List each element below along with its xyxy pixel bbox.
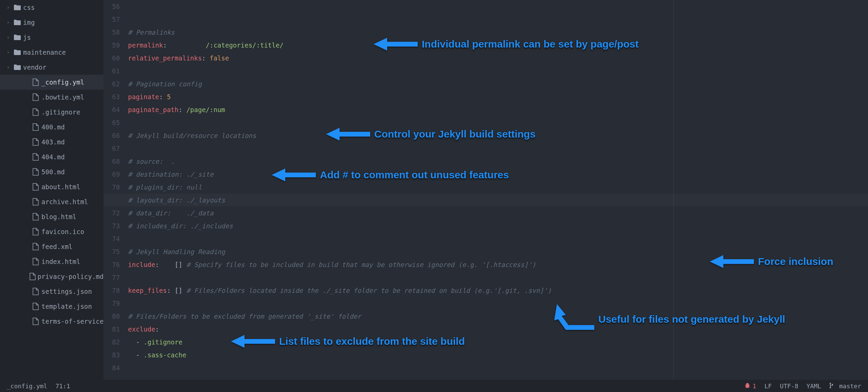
code-line[interactable]: # plugins_dir: null	[128, 181, 868, 194]
file-icon	[30, 303, 41, 310]
tree-item-label: 404.md	[41, 153, 65, 161]
line-number: 82	[104, 336, 120, 349]
tree-file[interactable]: _config.yml	[0, 75, 104, 90]
folder-icon	[12, 34, 23, 40]
code-line[interactable]: paginate: 5	[128, 90, 868, 103]
code-line[interactable]: relative_permalinks: false	[128, 52, 868, 65]
code-line[interactable]: # layouts_dir: ./_layouts	[104, 194, 868, 207]
tree-file[interactable]: 500.md	[0, 164, 104, 179]
status-file[interactable]: _config.yml	[7, 382, 47, 390]
code-line[interactable]: include: [] # Specify files to be includ…	[128, 258, 868, 271]
tree-item-label: js	[23, 34, 31, 41]
code-line[interactable]	[128, 297, 868, 310]
tree-item-label: vendor	[23, 64, 47, 71]
code-line[interactable]: # Files/Folders to be excluded from gene…	[128, 310, 868, 323]
tree-item-label: maintenance	[23, 49, 66, 56]
line-number: 64	[104, 103, 120, 116]
folder-icon	[12, 49, 23, 55]
tree-file[interactable]: blog.html	[0, 209, 104, 224]
line-number: 67	[104, 142, 120, 155]
code-line[interactable]: # Permalinks	[128, 26, 868, 39]
code-editor[interactable]: 5657585960616263646566676869707172737475…	[104, 0, 868, 392]
line-number: 57	[104, 13, 120, 26]
code-line[interactable]	[128, 65, 868, 77]
line-number: 60	[104, 52, 120, 65]
folder-icon	[12, 19, 23, 25]
status-bug[interactable]: 1	[744, 382, 756, 390]
tree-item-label: _config.yml	[41, 78, 84, 86]
tree-file[interactable]: index.html	[0, 254, 104, 269]
tree-file[interactable]: feed.xml	[0, 239, 104, 254]
code-line[interactable]: # Pagination config	[128, 77, 868, 90]
line-number: 58	[104, 26, 120, 39]
code-line[interactable]	[128, 13, 868, 26]
code-area[interactable]: # Permalinkspermalink: /:categories/:tit…	[128, 0, 868, 374]
tree-item-label: .bowtie.yml	[41, 93, 84, 101]
code-line[interactable]: # includes_dir: ./_includes	[128, 219, 868, 232]
tree-file[interactable]: settings.json	[0, 284, 104, 299]
chevron-right-icon: ›	[5, 64, 12, 70]
code-line[interactable]: # Jekyll build/resource locations	[128, 129, 868, 142]
tree-folder[interactable]: ›img	[0, 15, 104, 30]
git-branch-icon	[829, 383, 834, 388]
code-line[interactable]	[128, 232, 868, 245]
tree-file[interactable]: archive.html	[0, 194, 104, 209]
code-line[interactable]: # data_dir: ./_data	[128, 207, 868, 219]
code-line[interactable]	[128, 271, 868, 284]
file-icon	[28, 273, 38, 280]
status-line-ending[interactable]: LF	[764, 382, 772, 390]
code-line[interactable]	[128, 0, 868, 13]
line-number-gutter: 5657585960616263646566676869707172737475…	[104, 0, 122, 374]
file-icon	[30, 153, 41, 161]
tree-file[interactable]: template.json	[0, 299, 104, 314]
tree-file[interactable]: terms-of-service	[0, 314, 104, 329]
code-line[interactable]	[128, 142, 868, 155]
tree-file[interactable]: favicon.ico	[0, 224, 104, 239]
code-line[interactable]: # destination: ./_site	[128, 168, 868, 181]
tree-item-label: index.html	[41, 258, 80, 265]
line-number: 83	[104, 349, 120, 361]
status-branch[interactable]: master	[829, 382, 861, 390]
tree-item-label: favicon.ico	[41, 228, 84, 235]
tree-file[interactable]: 404.md	[0, 149, 104, 164]
tree-folder[interactable]: ›css	[0, 0, 104, 15]
chevron-right-icon: ›	[5, 19, 12, 25]
tree-file[interactable]: .gitignore	[0, 105, 104, 120]
status-encoding[interactable]: UTF-8	[780, 382, 798, 390]
code-line[interactable]	[128, 116, 868, 129]
tree-file[interactable]: 403.md	[0, 135, 104, 149]
code-line[interactable]: - .sass-cache	[128, 349, 868, 361]
tree-folder[interactable]: ›js	[0, 30, 104, 45]
tree-item-label: template.json	[41, 303, 92, 310]
code-line[interactable]: - .gitignore	[128, 336, 868, 349]
status-bar: _config.yml 71:1 1 LF UTF-8 YAML master	[0, 380, 868, 392]
tree-file[interactable]: about.html	[0, 179, 104, 194]
file-icon	[30, 228, 41, 235]
tree-folder[interactable]: ›vendor	[0, 60, 104, 75]
code-line[interactable]: permalink: /:categories/:title/	[128, 39, 868, 52]
status-grammar[interactable]: YAML	[807, 382, 821, 390]
file-icon	[30, 123, 41, 131]
line-number: 76	[104, 258, 120, 271]
tree-item-label: about.html	[41, 183, 80, 191]
file-icon	[30, 93, 41, 101]
line-number: 72	[104, 207, 120, 219]
tree-file[interactable]: 400.md	[0, 120, 104, 135]
code-line[interactable]: # source: .	[128, 155, 868, 168]
code-line[interactable]	[128, 361, 868, 374]
code-line[interactable]: keep_files: [] # Files/Folders located i…	[128, 284, 868, 297]
status-cursor[interactable]: 71:1	[55, 382, 70, 390]
code-line[interactable]: paginate_path: /page/:num	[128, 103, 868, 116]
code-line[interactable]: # Jekyll Handling Reading	[128, 245, 868, 258]
file-icon	[30, 318, 41, 325]
line-number: 81	[104, 323, 120, 336]
line-number: 61	[104, 65, 120, 77]
tree-file[interactable]: .bowtie.yml	[0, 90, 104, 105]
tree-item-label: settings.json	[41, 288, 92, 295]
tree-folder[interactable]: ›maintenance	[0, 45, 104, 60]
line-number: 56	[104, 0, 120, 13]
chevron-right-icon: ›	[5, 34, 12, 40]
tree-file[interactable]: privacy-policy.md	[0, 269, 104, 284]
code-line[interactable]: exclude:	[128, 323, 868, 336]
line-number: 70	[104, 181, 120, 194]
